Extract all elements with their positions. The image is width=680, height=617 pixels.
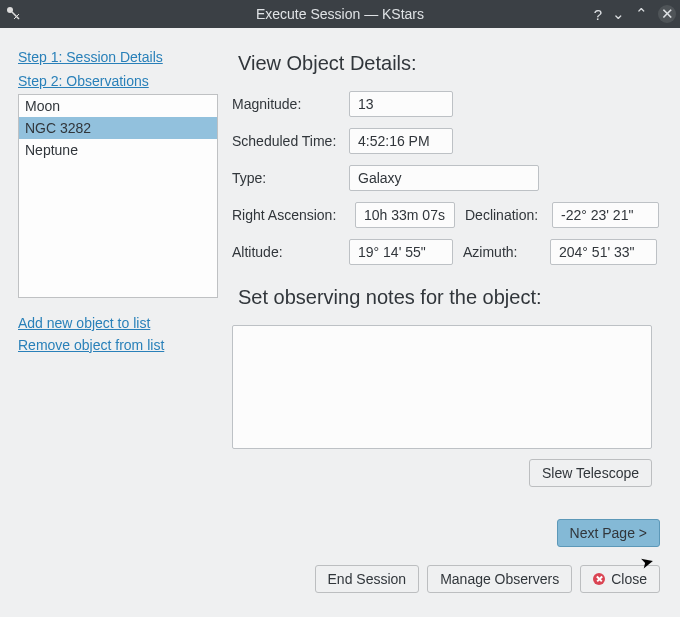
notes-textarea[interactable]	[232, 325, 652, 449]
dec-label: Declination:	[465, 207, 552, 223]
help-icon[interactable]: ?	[594, 6, 602, 23]
list-item[interactable]: Moon	[19, 95, 217, 117]
dec-input[interactable]	[552, 202, 659, 228]
magnitude-label: Magnitude:	[232, 96, 349, 112]
list-item[interactable]: NGC 3282	[19, 117, 217, 139]
field-row-scheduled-time: Scheduled Time:	[232, 128, 662, 154]
type-label: Type:	[232, 170, 349, 186]
bottom-button-row: End Session Manage Observers Close	[0, 565, 680, 607]
field-row-alt-az: Altitude: Azimuth:	[232, 239, 662, 265]
field-row-ra-dec: Right Ascension: Declination:	[232, 202, 662, 228]
alt-label: Altitude:	[232, 244, 349, 260]
titlebar-controls: ? ⌄ ⌃ ✕	[594, 5, 676, 23]
close-button-label: Close	[611, 571, 647, 587]
scheduled-time-label: Scheduled Time:	[232, 133, 349, 149]
type-input[interactable]	[349, 165, 539, 191]
app-icon	[4, 4, 24, 24]
manage-observers-button[interactable]: Manage Observers	[427, 565, 572, 593]
object-list[interactable]: Moon NGC 3282 Neptune	[18, 94, 218, 298]
slew-button-row: Slew Telescope	[232, 459, 652, 487]
ra-input[interactable]	[355, 202, 455, 228]
add-object-link[interactable]: Add new object to list	[18, 315, 218, 331]
window-title: Execute Session — KStars	[256, 6, 424, 22]
magnitude-input[interactable]	[349, 91, 453, 117]
minimize-icon[interactable]: ⌄	[612, 5, 625, 23]
scheduled-time-input[interactable]	[349, 128, 453, 154]
step-link-session-details[interactable]: Step 1: Session Details	[18, 46, 218, 70]
close-icon	[593, 573, 605, 585]
field-row-magnitude: Magnitude:	[232, 91, 662, 117]
close-window-icon[interactable]: ✕	[658, 5, 676, 23]
close-button[interactable]: Close	[580, 565, 660, 593]
alt-input[interactable]	[349, 239, 453, 265]
az-input[interactable]	[550, 239, 657, 265]
step-link-observations[interactable]: Step 2: Observations	[18, 70, 218, 94]
end-session-button[interactable]: End Session	[315, 565, 420, 593]
titlebar: Execute Session — KStars ? ⌄ ⌃ ✕	[0, 0, 680, 28]
next-page-button[interactable]: Next Page >	[557, 519, 660, 547]
right-panel: View Object Details: Magnitude: Schedule…	[232, 46, 662, 507]
ra-label: Right Ascension:	[232, 207, 355, 223]
left-panel: Step 1: Session Details Step 2: Observat…	[18, 46, 218, 507]
maximize-icon[interactable]: ⌃	[635, 5, 648, 23]
list-item[interactable]: Neptune	[19, 139, 217, 161]
details-header: View Object Details:	[238, 52, 656, 75]
main-content: Step 1: Session Details Step 2: Observat…	[0, 28, 680, 519]
remove-object-link[interactable]: Remove object from list	[18, 337, 218, 353]
az-label: Azimuth:	[463, 244, 550, 260]
slew-telescope-button[interactable]: Slew Telescope	[529, 459, 652, 487]
field-row-type: Type:	[232, 165, 662, 191]
next-button-row: Next Page >	[0, 519, 680, 547]
notes-header: Set observing notes for the object:	[238, 286, 656, 309]
